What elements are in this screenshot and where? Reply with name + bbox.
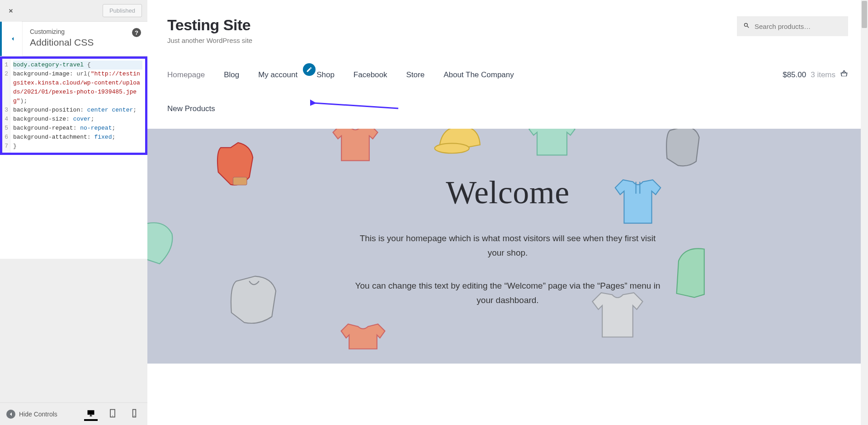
customizing-label: Customizing: [30, 28, 140, 35]
illustration-jacket-icon: [211, 138, 260, 192]
edit-shortcut-button[interactable]: [303, 63, 316, 76]
help-icon[interactable]: ?: [132, 28, 141, 37]
illustration-hoodie-grey-icon: [663, 129, 703, 168]
section-title: Additional CSS: [30, 37, 140, 48]
customizer-topbar: Published: [0, 0, 147, 22]
site-preview: Testing Site Just another WordPress site…: [147, 0, 868, 425]
publish-button[interactable]: Published: [103, 4, 142, 17]
nav-link-shop[interactable]: Shop: [316, 70, 335, 79]
illustration-sleeve-mint-icon: [147, 219, 175, 269]
vertical-scrollbar[interactable]: [861, 0, 868, 425]
close-button[interactable]: [0, 0, 22, 22]
device-mobile-button[interactable]: [127, 407, 141, 421]
illustration-tshirt-mint-icon: [527, 129, 577, 159]
editor-gutter: 1234567: [2, 59, 10, 153]
illustration-hoodie-grey2-icon: [226, 273, 281, 327]
device-desktop-button[interactable]: [84, 407, 98, 421]
back-button[interactable]: [0, 22, 23, 56]
css-code-editor[interactable]: body.category-travel {background-image: …: [10, 59, 145, 153]
editor-empty-area[interactable]: [0, 155, 147, 259]
css-editor-highlight: 1234567 body.category-travel {background…: [0, 56, 147, 155]
customizer-section-heading: Customizing Additional CSS ?: [23, 22, 147, 56]
nav-link-store[interactable]: Store: [406, 70, 425, 79]
illustration-hoodie-green-icon: [674, 246, 705, 300]
svg-rect-3: [233, 177, 247, 185]
scrollbar-thumb[interactable]: [862, 1, 867, 28]
device-tablet-button[interactable]: [106, 407, 119, 421]
svg-point-0: [112, 416, 113, 416]
nav-link-facebook[interactable]: Facebook: [354, 70, 387, 79]
site-tagline: Just another WordPress site: [167, 37, 252, 44]
svg-point-4: [434, 143, 469, 153]
main-navigation: HomepageBlogMy accountShopFacebookStoreA…: [167, 70, 848, 80]
svg-point-1: [134, 416, 135, 416]
nav-link-blog[interactable]: Blog: [224, 70, 239, 79]
illustration-cap-icon: [432, 129, 486, 161]
cart-count: 3 items: [811, 70, 835, 79]
hide-controls-button[interactable]: Hide Controls: [6, 410, 57, 419]
hide-controls-label: Hide Controls: [19, 411, 57, 418]
product-search[interactable]: [737, 16, 848, 36]
search-input[interactable]: [755, 23, 842, 30]
illustration-tshirt-grey-icon: [590, 287, 645, 341]
collapse-icon: [6, 410, 15, 419]
cart-link[interactable]: $85.00 3 items: [783, 70, 848, 80]
site-title[interactable]: Testing Site: [167, 16, 252, 34]
hero-section: Welcome This is your homepage which is w…: [147, 129, 868, 364]
search-icon: [743, 22, 750, 31]
cart-price: $85.00: [783, 70, 806, 79]
nav-link-about-the-company[interactable]: About The Company: [443, 70, 514, 79]
illustration-tshirt-bottom-icon: [338, 323, 388, 350]
customizer-sidebar: Published Customizing Additional CSS ? 1…: [0, 0, 147, 425]
basket-icon: [840, 70, 848, 80]
secondary-nav-item[interactable]: New Products: [167, 104, 848, 113]
illustration-tshirt-icon: [330, 129, 380, 165]
hero-paragraph-1: This is your homepage which is what most…: [354, 231, 661, 261]
nav-link-homepage[interactable]: Homepage: [167, 70, 205, 79]
customizer-bottombar: Hide Controls: [0, 402, 147, 425]
hero-title: Welcome: [165, 174, 850, 211]
illustration-polo-blue-icon: [613, 174, 663, 228]
nav-link-my-account[interactable]: My account: [258, 70, 297, 79]
